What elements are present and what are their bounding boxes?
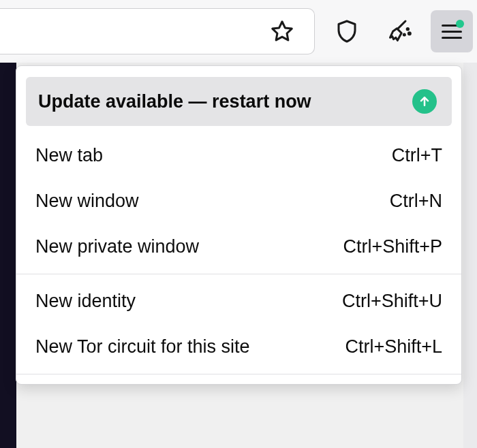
browser-toolbar [0,0,477,63]
menu-separator [16,274,461,274]
menu-item-shortcut: Ctrl+N [390,191,442,212]
menu-item-label: New Tor circuit for this site [35,336,250,357]
update-banner-label: Update available — restart now [38,91,311,112]
menu-item-shortcut: Ctrl+Shift+P [343,236,442,257]
shield-icon[interactable] [327,12,367,51]
menu-item-shortcut: Ctrl+Shift+L [345,336,442,357]
menu-item-new-tor-circuit[interactable]: New Tor circuit for this site Ctrl+Shift… [16,324,461,370]
vertical-scrollbar[interactable] [463,63,477,448]
url-bar[interactable] [0,8,315,54]
menu-item-new-private-window[interactable]: New private window Ctrl+Shift+P [16,224,461,270]
menu-item-shortcut: Ctrl+Shift+U [342,291,442,312]
broom-icon[interactable] [379,12,418,51]
menu-item-label: New tab [35,145,103,166]
menu-item-shortcut: Ctrl+T [392,145,442,166]
update-arrow-icon [412,89,437,114]
menu-separator [16,374,461,374]
app-menu-panel: Update available — restart now New tab C… [16,65,462,385]
svg-point-2 [403,34,405,35]
update-banner[interactable]: Update available — restart now [26,77,452,126]
menu-item-new-identity[interactable]: New identity Ctrl+Shift+U [16,278,461,324]
page-content-strip [0,63,16,448]
svg-point-0 [407,29,408,30]
hamburger-menu-button[interactable] [431,10,473,52]
svg-point-1 [408,33,410,35]
update-indicator-dot [456,20,464,28]
menu-item-label: New window [35,191,139,212]
menu-item-new-tab[interactable]: New tab Ctrl+T [16,133,461,178]
menu-item-label: New private window [35,236,199,257]
menu-item-label: New identity [35,291,136,312]
bookmark-star-icon[interactable] [262,12,302,51]
menu-item-new-window[interactable]: New window Ctrl+N [16,178,461,224]
